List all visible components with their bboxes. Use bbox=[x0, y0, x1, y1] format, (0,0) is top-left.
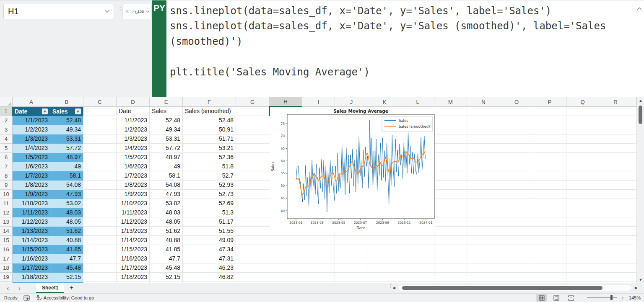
cell-F4[interactable]: 51.71 bbox=[183, 134, 236, 144]
cell-I15[interactable] bbox=[302, 236, 335, 245]
cell-A12[interactable]: 1/11/2023 bbox=[13, 208, 50, 217]
cell-A14[interactable]: 1/13/2023 bbox=[13, 227, 50, 236]
column-header-P[interactable]: P bbox=[533, 97, 566, 107]
cell-D4[interactable]: 1/3/2023 bbox=[117, 134, 150, 144]
cell-H17[interactable] bbox=[269, 254, 302, 263]
cell-J19[interactable] bbox=[335, 273, 368, 282]
cell-I16[interactable] bbox=[302, 245, 335, 254]
cell-N15[interactable] bbox=[467, 236, 500, 245]
cell-R7[interactable] bbox=[599, 162, 632, 171]
page-layout-view-button[interactable] bbox=[551, 294, 562, 302]
cell-I17[interactable] bbox=[302, 254, 335, 263]
cell-filler[interactable] bbox=[632, 181, 636, 190]
cell-F7[interactable]: 51.8 bbox=[183, 162, 236, 171]
cell-filler[interactable] bbox=[632, 125, 636, 134]
cell-D9[interactable]: 1/8/2023 bbox=[117, 181, 150, 190]
scroll-down-icon[interactable]: ▼ bbox=[637, 278, 644, 282]
cell-M15[interactable] bbox=[434, 236, 467, 245]
cell-M8[interactable] bbox=[434, 171, 467, 181]
cell-O1[interactable] bbox=[500, 107, 533, 116]
cell-C6[interactable] bbox=[83, 153, 117, 162]
scroll-up-icon[interactable]: ▲ bbox=[637, 98, 644, 103]
cell-P15[interactable] bbox=[533, 236, 566, 245]
cell-G2[interactable] bbox=[236, 116, 269, 125]
cell-P7[interactable] bbox=[533, 162, 566, 171]
cell-G11[interactable] bbox=[236, 199, 269, 208]
cell-L17[interactable] bbox=[401, 254, 434, 263]
cell-E4[interactable]: 53.31 bbox=[150, 134, 183, 144]
scroll-right-icon[interactable]: ▶ bbox=[635, 286, 638, 290]
cell-O5[interactable] bbox=[500, 144, 533, 153]
cell-P17[interactable] bbox=[533, 254, 566, 263]
row-header-15[interactable]: 15 bbox=[0, 236, 13, 245]
cell-D16[interactable]: 1/15/2023 bbox=[117, 245, 150, 254]
cell-G17[interactable] bbox=[236, 254, 269, 263]
cell-D2[interactable]: 1/1/2023 bbox=[117, 116, 150, 125]
cell-A10[interactable]: 1/9/2023 bbox=[13, 190, 50, 199]
cell-O9[interactable] bbox=[500, 181, 533, 190]
cell-R8[interactable] bbox=[599, 171, 632, 181]
cell-C4[interactable] bbox=[83, 134, 117, 144]
cell-E5[interactable]: 57.72 bbox=[150, 144, 183, 153]
cancel-icon[interactable]: ✕ bbox=[125, 8, 129, 15]
formula-code[interactable]: sns.lineplot(data=sales_df, x='Date', y=… bbox=[170, 3, 636, 97]
cell-F9[interactable]: 52.93 bbox=[183, 181, 236, 190]
cell-N3[interactable] bbox=[467, 125, 500, 134]
column-header-G[interactable]: G bbox=[236, 97, 269, 107]
cell-H16[interactable] bbox=[269, 245, 302, 254]
filter-dropdown-icon[interactable]: ▾ bbox=[42, 108, 48, 114]
cell-P19[interactable] bbox=[533, 273, 566, 282]
row-header-16[interactable]: 16 bbox=[0, 245, 13, 254]
cell-filler[interactable] bbox=[632, 190, 636, 199]
name-box[interactable]: H1 bbox=[3, 4, 114, 19]
cell-F13[interactable]: 51.17 bbox=[183, 217, 236, 227]
cell-Q14[interactable] bbox=[566, 227, 599, 236]
cell-D11[interactable]: 1/10/2023 bbox=[117, 199, 150, 208]
cell-H15[interactable] bbox=[269, 236, 302, 245]
row-header-1[interactable]: 1 bbox=[0, 107, 13, 116]
cell-filler[interactable] bbox=[632, 199, 636, 208]
formula-bar[interactable]: PY sns.lineplot(data=sales_df, x='Date',… bbox=[152, 0, 644, 97]
worksheet-grid[interactable]: ABCDEFGHIJKLMNOPQR 123456789101112131415… bbox=[0, 97, 636, 283]
cell-D19[interactable]: 1/18/2023 bbox=[117, 273, 150, 282]
column-header-H[interactable]: H bbox=[269, 97, 302, 107]
cell-Q1[interactable] bbox=[566, 107, 599, 116]
cell-O8[interactable] bbox=[500, 171, 533, 181]
cell-O3[interactable] bbox=[500, 125, 533, 134]
row-header-14[interactable]: 14 bbox=[0, 227, 13, 236]
cell-K15[interactable] bbox=[368, 236, 401, 245]
cell-G10[interactable] bbox=[236, 190, 269, 199]
zoom-in-button[interactable]: + bbox=[621, 295, 624, 301]
cell-O4[interactable] bbox=[500, 134, 533, 144]
cell-A9[interactable]: 1/8/2023 bbox=[13, 181, 50, 190]
cell-R16[interactable] bbox=[599, 245, 632, 254]
cell-N2[interactable] bbox=[467, 116, 500, 125]
cell-Q4[interactable] bbox=[566, 134, 599, 144]
cell-E12[interactable]: 48.03 bbox=[150, 208, 183, 217]
cell-filler[interactable] bbox=[632, 162, 636, 171]
cell-A6[interactable]: 1/5/2023 bbox=[13, 153, 50, 162]
cell-A4[interactable]: 1/3/2023 bbox=[13, 134, 50, 144]
cell-R17[interactable] bbox=[599, 254, 632, 263]
cell-P4[interactable] bbox=[533, 134, 566, 144]
cell-B9[interactable]: 54.08 bbox=[50, 181, 83, 190]
cell-B8[interactable]: 58.1 bbox=[50, 171, 83, 181]
chevron-down-icon[interactable] bbox=[146, 10, 150, 13]
column-header-J[interactable]: J bbox=[335, 97, 368, 107]
cell-C17[interactable] bbox=[83, 254, 117, 263]
zoom-slider[interactable] bbox=[587, 297, 617, 298]
cell-filler[interactable] bbox=[632, 153, 636, 162]
cell-Q13[interactable] bbox=[566, 217, 599, 227]
cell-N12[interactable] bbox=[467, 208, 500, 217]
cell-C19[interactable] bbox=[83, 273, 117, 282]
cell-P8[interactable] bbox=[533, 171, 566, 181]
python-output-type-icon[interactable]: ↻123 bbox=[138, 10, 144, 14]
cell-G4[interactable] bbox=[236, 134, 269, 144]
column-header-D[interactable]: D bbox=[117, 97, 150, 107]
cell-H19[interactable] bbox=[269, 273, 302, 282]
cell-F10[interactable]: 52.73 bbox=[183, 190, 236, 199]
cell-filler[interactable] bbox=[632, 263, 636, 273]
cell-R15[interactable] bbox=[599, 236, 632, 245]
prev-sheet-icon[interactable]: ‹ bbox=[7, 284, 9, 292]
cell-A7[interactable]: 1/6/2023 bbox=[13, 162, 50, 171]
